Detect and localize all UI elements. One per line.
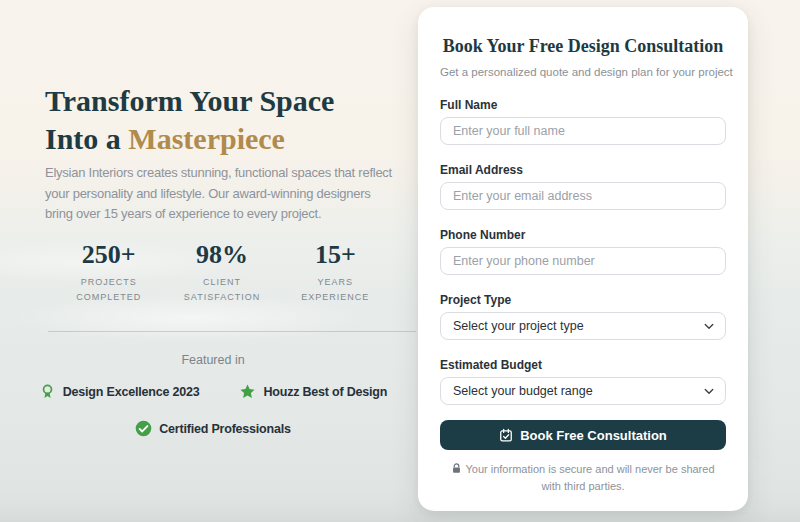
budget-group: Estimated Budget Select your budget rang… — [440, 357, 726, 405]
phone-input[interactable] — [440, 247, 726, 275]
stat-label: Client Satisfaction — [165, 275, 278, 305]
form-title: Book Your Free Design Consultation — [440, 34, 726, 58]
chevron-down-icon — [703, 320, 715, 332]
hero-description-line: bring over 15 years of experience to eve… — [45, 204, 392, 225]
form-subtitle: Get a personalized quote and design plan… — [440, 64, 726, 80]
full-name-group: Full Name — [440, 97, 726, 145]
project-type-selected-value: Select your project type — [453, 319, 584, 333]
consultation-form-card: Book Your Free Design Consultation Get a… — [418, 7, 748, 511]
email-group: Email Address — [440, 162, 726, 210]
hero-title-highlight: Masterpiece — [128, 122, 285, 155]
stat-projects: 250+ Projects Completed — [52, 240, 165, 305]
hero-section: Transform Your Space Into a Masterpiece … — [0, 0, 426, 522]
budget-select[interactable]: Select your budget range — [440, 377, 726, 405]
stat-label: Years Experience — [279, 275, 392, 305]
stat-satisfaction: 98% Client Satisfaction — [165, 240, 278, 305]
stat-label: Projects Completed — [52, 275, 165, 305]
badges-row: Certified Professionals — [0, 420, 426, 437]
stat-experience: 15+ Years Experience — [279, 240, 392, 305]
badge-certified: Certified Professionals — [135, 420, 291, 437]
badges-row: Design Excellence 2023 Houzz Best of Des… — [0, 383, 426, 400]
email-label: Email Address — [440, 162, 726, 178]
calendar-icon — [499, 428, 513, 442]
full-name-label: Full Name — [440, 97, 726, 113]
featured-in-label: Featured in — [0, 353, 426, 367]
budget-selected-value: Select your budget range — [453, 384, 593, 398]
budget-label: Estimated Budget — [440, 357, 726, 373]
privacy-note: Your information is secure and will neve… — [449, 461, 718, 495]
book-consultation-label: Book Free Consultation — [520, 428, 667, 443]
chevron-down-icon — [703, 385, 715, 397]
email-field[interactable] — [440, 182, 726, 210]
phone-group: Phone Number — [440, 227, 726, 275]
project-type-label: Project Type — [440, 292, 726, 308]
stat-value: 15+ — [279, 240, 392, 270]
hero-title-line2: Into a Masterpiece — [45, 120, 334, 158]
badge-label: Design Excellence 2023 — [63, 385, 200, 399]
divider — [48, 331, 416, 332]
badge-design-excellence: Design Excellence 2023 — [39, 383, 200, 400]
hero-description-line: Elysian Interiors creates stunning, func… — [45, 163, 392, 184]
medal-icon — [39, 383, 56, 400]
stats-row: 250+ Projects Completed 98% Client Satis… — [52, 240, 392, 305]
hero-description-line: your personality and lifestyle. Our awar… — [45, 184, 392, 205]
hero-title: Transform Your Space Into a Masterpiece — [45, 82, 334, 158]
project-type-select[interactable]: Select your project type — [440, 312, 726, 340]
hero-title-line1: Transform Your Space — [45, 82, 334, 120]
badge-label: Houzz Best of Design — [263, 385, 387, 399]
badge-label: Certified Professionals — [159, 422, 291, 436]
badge-houzz: Houzz Best of Design — [239, 383, 387, 400]
book-consultation-button[interactable]: Book Free Consultation — [440, 420, 726, 450]
stat-value: 98% — [165, 240, 278, 270]
stat-value: 250+ — [52, 240, 165, 270]
hero-description: Elysian Interiors creates stunning, func… — [45, 163, 392, 225]
project-type-group: Project Type Select your project type — [440, 292, 726, 340]
lock-icon — [451, 463, 462, 474]
star-icon — [239, 383, 256, 400]
full-name-input[interactable] — [440, 117, 726, 145]
check-circle-icon — [135, 420, 152, 437]
phone-label: Phone Number — [440, 227, 726, 243]
